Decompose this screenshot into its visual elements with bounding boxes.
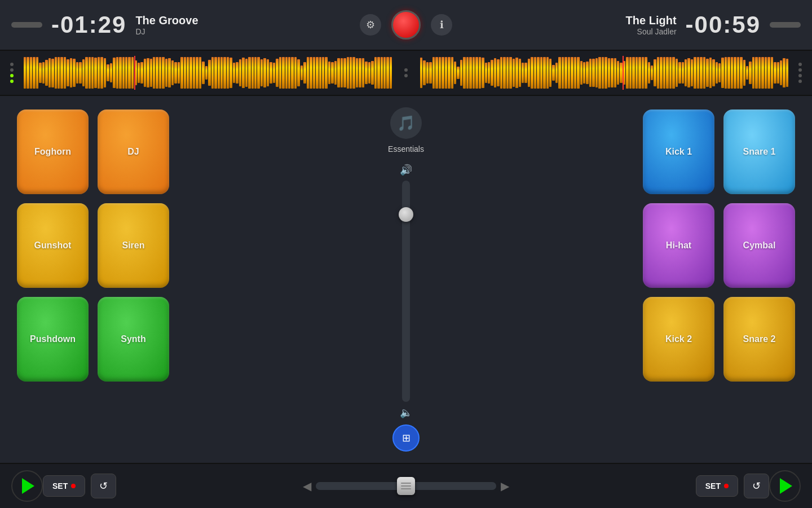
left-track-title: The Groove: [135, 14, 198, 27]
main-area: Foghorn DJ Gunshot Siren Pushdown Synth: [0, 96, 812, 463]
right-play-button[interactable]: [769, 470, 801, 502]
right-pad-row-1: Kick 1 Snare 1: [643, 110, 795, 194]
pad-pushdown[interactable]: Pushdown: [17, 297, 89, 382]
left-deck-info: -01:29 The Groove DJ: [11, 11, 209, 38]
left-track-artist: DJ: [135, 27, 198, 36]
essentials-label: Essentials: [388, 144, 424, 154]
right-waveform[interactable]: [420, 56, 788, 90]
left-pitch-slider[interactable]: [11, 22, 42, 28]
right-track-artist: Soul Jadler: [626, 27, 677, 36]
right-play-triangle: [780, 478, 792, 494]
rdot2: [798, 68, 802, 72]
left-play-button[interactable]: [11, 470, 43, 502]
right-track-title: The Light: [626, 14, 677, 27]
dot1: [10, 63, 14, 66]
info-button[interactable]: ℹ: [431, 14, 452, 36]
volume-track[interactable]: [402, 181, 410, 402]
dot4: [10, 80, 14, 83]
right-set-dot: [724, 484, 729, 488]
left-play-triangle: [22, 478, 34, 494]
pad-foghorn[interactable]: Foghorn: [17, 110, 89, 194]
left-waveform[interactable]: [24, 56, 392, 90]
volume-high-icon: 🔊: [400, 164, 412, 176]
right-pad-row-2: Hi-hat Cymbal: [643, 203, 795, 288]
crossfader-thumb-lines: [401, 483, 411, 489]
right-pitch-slider[interactable]: [770, 22, 801, 28]
left-set-button[interactable]: SET: [43, 475, 85, 497]
header-center-controls: ⚙ ℹ: [360, 10, 452, 40]
left-set-group: SET ↺: [43, 474, 116, 498]
pad-snare1[interactable]: Snare 1: [723, 110, 795, 194]
pad-hihat[interactable]: Hi-hat: [643, 203, 714, 288]
pad-snare2[interactable]: Snare 2: [723, 297, 795, 382]
waveform-center: [398, 68, 414, 77]
left-track-time: -01:29: [51, 11, 126, 38]
pad-kick1[interactable]: Kick 1: [643, 110, 714, 194]
cf-line2: [401, 485, 411, 487]
right-loop-button[interactable]: ↺: [744, 474, 769, 498]
right-track-time: -00:59: [686, 11, 761, 38]
rdot1: [798, 63, 802, 66]
cf-line1: [401, 483, 411, 484]
essentials-icon[interactable]: 🎵: [390, 107, 422, 139]
left-playhead: [134, 56, 135, 90]
volume-slider[interactable]: 🔊 🔈: [400, 164, 412, 419]
cf-line3: [401, 488, 411, 489]
gear-button[interactable]: ⚙: [360, 14, 381, 36]
bottom-bar: SET ↺ ◀ ▶ SET ↺: [0, 463, 812, 508]
right-set-group: SET ↺: [696, 474, 769, 498]
left-pad-row-2: Gunshot Siren: [17, 203, 169, 288]
right-deck-dots: [794, 63, 806, 83]
rdot3: [798, 74, 802, 77]
pad-synth[interactable]: Synth: [98, 297, 169, 382]
right-pads-panel: Kick 1 Snare 1 Hi-hat Cymbal Kick 2 Snar…: [626, 96, 812, 463]
cf-right-arrow[interactable]: ▶: [501, 479, 509, 493]
waveform-bar: [0, 51, 812, 96]
pad-dj[interactable]: DJ: [98, 110, 169, 194]
dot2: [10, 68, 14, 72]
right-deck-info: The Light Soul Jadler -00:59: [603, 11, 801, 38]
left-track-info: The Groove DJ: [135, 14, 198, 36]
left-pad-row-1: Foghorn DJ: [17, 110, 169, 194]
dot3: [10, 74, 14, 77]
header: -01:29 The Groove DJ ⚙ ℹ The Light Soul …: [0, 0, 812, 51]
pad-siren[interactable]: Siren: [98, 203, 169, 288]
volume-low-icon: 🔈: [400, 406, 412, 419]
left-loop-button[interactable]: ↺: [91, 474, 116, 498]
cf-left-arrow[interactable]: ◀: [303, 479, 311, 493]
left-pad-row-3: Pushdown Synth: [17, 297, 169, 382]
crossfader-thumb[interactable]: [397, 477, 415, 495]
right-playhead: [623, 56, 624, 90]
right-track-info: The Light Soul Jadler: [626, 14, 677, 36]
left-deck-dots: [6, 63, 18, 83]
crossfader-track[interactable]: [316, 482, 496, 490]
right-set-button[interactable]: SET: [696, 475, 738, 497]
pad-gunshot[interactable]: Gunshot: [17, 203, 89, 288]
left-pads-panel: Foghorn DJ Gunshot Siren Pushdown Synth: [0, 96, 186, 463]
record-button[interactable]: [391, 10, 421, 40]
center-panel: 🎵 Essentials 🔊 🔈 ⊞: [186, 96, 626, 463]
volume-thumb[interactable]: [399, 207, 413, 222]
pad-cymbal[interactable]: Cymbal: [723, 203, 795, 288]
crossfader-group: ◀ ▶: [116, 479, 696, 493]
left-set-dot: [71, 484, 76, 488]
grid-button[interactable]: ⊞: [392, 424, 420, 452]
right-pad-row-3: Kick 2 Snare 2: [643, 297, 795, 382]
rdot4: [798, 80, 802, 83]
pad-kick2[interactable]: Kick 2: [643, 297, 714, 382]
